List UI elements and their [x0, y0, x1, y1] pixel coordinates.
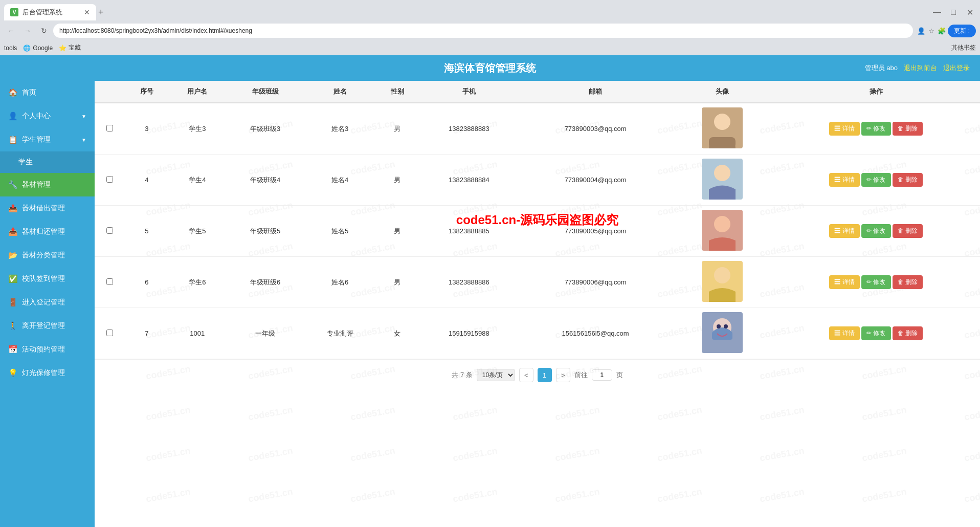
page-1-button[interactable]: 1	[538, 368, 552, 382]
update-button[interactable]: 更新 :	[948, 25, 976, 37]
bookmark-icon[interactable]: ☆	[928, 27, 934, 35]
sidebar-item-personal[interactable]: 👤 个人中心 ▼	[0, 104, 95, 128]
sidebar-item-home[interactable]: 🏠 首页	[0, 81, 95, 104]
profile-icon[interactable]: 👤	[917, 27, 925, 35]
detail-button[interactable]: ☰ 详情	[829, 224, 859, 238]
col-actions: 操作	[772, 81, 980, 103]
cell-username: 学生5	[169, 206, 226, 257]
detail-button[interactable]: ☰ 详情	[829, 275, 859, 289]
sidebar-item-light[interactable]: 💡 灯光保修管理	[0, 361, 95, 385]
cell-photo	[672, 257, 772, 308]
cell-username: 学生3	[169, 103, 226, 155]
sidebar: 🏠 首页 👤 个人中心 ▼ 📋 学生管理 ▼ 学生 🔧 器材管理 📤	[0, 81, 95, 527]
light-icon: 💡	[8, 368, 18, 378]
table-row: 4 学生4 年级班级4 姓名4 男 13823888884 773890004@…	[95, 155, 980, 206]
app-header: 海滨体育馆管理系统 管理员 abo 退出到前台 退出登录	[0, 55, 980, 81]
col-photo: 头像	[672, 81, 772, 103]
svg-point-1	[714, 114, 730, 130]
row-checkbox[interactable]	[106, 125, 113, 131]
sidebar-item-personal-label: 个人中心	[22, 112, 51, 121]
sidebar-item-student[interactable]: 学生	[0, 151, 95, 173]
edit-button[interactable]: ✏ 修改	[861, 326, 890, 340]
prev-page-button[interactable]: <	[519, 368, 533, 382]
logout-link[interactable]: 退出登录	[943, 63, 970, 73]
extension-icon[interactable]: 🧩	[938, 27, 946, 35]
sidebar-item-exit[interactable]: 🚶 离开登记管理	[0, 314, 95, 338]
bookmarks-bar: tools 🌐 Google ⭐ 宝藏 其他书签	[0, 41, 980, 55]
delete-button[interactable]: 🗑 删除	[893, 224, 923, 238]
bookmark-baocang[interactable]: ⭐ 宝藏	[59, 43, 81, 52]
cell-grade: 年级班级6	[226, 257, 304, 308]
minimize-button[interactable]: —	[931, 6, 943, 18]
baocang-icon: ⭐	[59, 45, 66, 52]
cell-email: 156156156l5@qq.com	[519, 308, 672, 359]
tab-favicon	[10, 8, 18, 16]
sidebar-item-equipment-mgr-label: 器材管理	[22, 180, 51, 189]
new-tab-button[interactable]: +	[98, 7, 104, 18]
sidebar-item-entry[interactable]: 🚪 进入登记管理	[0, 291, 95, 314]
avatar	[702, 261, 743, 302]
forward-button[interactable]: →	[20, 24, 35, 38]
student-mgr-icon: 📋	[8, 135, 18, 144]
edit-button[interactable]: ✏ 修改	[861, 173, 890, 187]
row-checkbox[interactable]	[106, 330, 113, 336]
sidebar-item-student-mgr[interactable]: 📋 学生管理 ▼	[0, 128, 95, 151]
bookmark-tools-label: tools	[4, 45, 17, 52]
return-icon: 📥	[8, 227, 18, 236]
address-bar[interactable]: http://localhost:8080/springboot2yx3h/ad…	[53, 24, 913, 38]
delete-button[interactable]: 🗑 删除	[893, 122, 923, 136]
maximize-button[interactable]: □	[947, 6, 960, 18]
svg-point-8	[714, 216, 730, 232]
table-area: code51.cn-源码乐园盗图必究 序号 用户名 年级班级 姓名 性别 手机 …	[95, 81, 980, 359]
student-mgr-arrow: ▼	[81, 137, 86, 143]
bookmark-tools[interactable]: tools	[4, 45, 17, 52]
edit-button[interactable]: ✏ 修改	[861, 275, 890, 289]
detail-button[interactable]: ☰ 详情	[829, 122, 859, 136]
bookmark-google[interactable]: 🌐 Google	[23, 45, 53, 52]
col-phone: 手机	[419, 81, 519, 103]
main-content: code51.cncode51.cncode51.cncode51.cncode…	[95, 81, 980, 527]
avatar	[702, 107, 743, 148]
category-icon: 📂	[8, 251, 18, 260]
svg-point-17	[724, 324, 728, 328]
checkin-icon: ✅	[8, 274, 18, 283]
sidebar-item-equipment-return[interactable]: 📥 器材归还管理	[0, 220, 95, 244]
sidebar-item-activity-label: 活动预约管理	[22, 345, 65, 354]
sidebar-item-activity[interactable]: 📅 活动预约管理	[0, 338, 95, 361]
close-window-button[interactable]: ✕	[964, 6, 976, 18]
edit-button[interactable]: ✏ 修改	[861, 122, 890, 136]
goto-prefix: 前往	[574, 370, 588, 380]
col-id: 序号	[125, 81, 169, 103]
cell-grade: 一年级	[226, 308, 304, 359]
row-checkbox[interactable]	[106, 278, 113, 285]
tab-close-button[interactable]: ✕	[84, 8, 90, 16]
detail-button[interactable]: ☰ 详情	[829, 173, 859, 187]
detail-button[interactable]: ☰ 详情	[829, 326, 859, 340]
sidebar-item-equipment-borrow[interactable]: 📤 器材借出管理	[0, 196, 95, 220]
delete-button[interactable]: 🗑 删除	[893, 275, 923, 289]
row-checkbox[interactable]	[106, 176, 113, 183]
bookmark-baocang-label: 宝藏	[69, 43, 81, 52]
home-icon: 🏠	[8, 88, 18, 97]
cell-email: 773890005@qq.com	[519, 206, 672, 257]
cell-email: 773890006@qq.com	[519, 257, 672, 308]
sidebar-item-team-checkin-label: 校队签到管理	[22, 274, 65, 283]
back-button[interactable]: ←	[4, 24, 18, 38]
bookmark-other[interactable]: 其他书签	[951, 43, 976, 52]
delete-button[interactable]: 🗑 删除	[893, 173, 923, 187]
sidebar-item-equipment-category[interactable]: 📂 器材分类管理	[0, 244, 95, 267]
delete-button[interactable]: 🗑 删除	[893, 326, 923, 340]
edit-button[interactable]: ✏ 修改	[861, 224, 890, 238]
sidebar-item-team-checkin[interactable]: ✅ 校队签到管理	[0, 267, 95, 291]
col-name: 姓名	[304, 81, 375, 103]
page-size-select[interactable]: 10条/页 20条/页 50条/页	[477, 369, 515, 381]
active-tab[interactable]: 后台管理系统 ✕	[4, 4, 96, 20]
frontend-link[interactable]: 退出到前台	[904, 63, 937, 73]
page-number-input[interactable]	[592, 369, 612, 381]
next-page-button[interactable]: >	[556, 368, 570, 382]
sidebar-item-equipment-mgr[interactable]: 🔧 器材管理	[0, 173, 95, 196]
sidebar-item-light-label: 灯光保修管理	[22, 368, 65, 378]
row-checkbox[interactable]	[106, 227, 113, 234]
refresh-button[interactable]: ↻	[37, 24, 51, 38]
activity-icon: 📅	[8, 345, 18, 354]
